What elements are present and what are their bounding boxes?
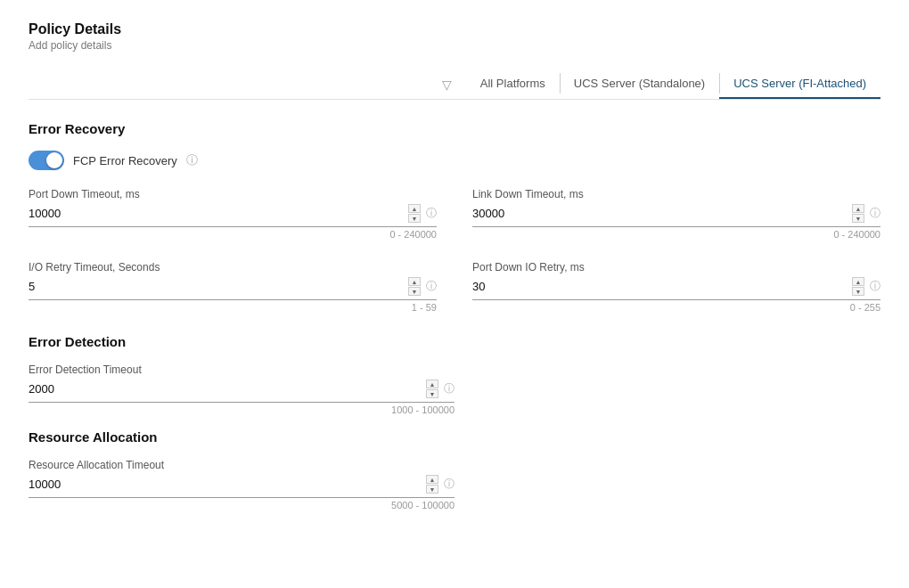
- io-retry-timeout-input-row: ▲ ▼ ⓘ: [29, 277, 437, 300]
- tab-ucs-fi-attached[interactable]: UCS Server (FI-Attached): [719, 69, 880, 99]
- link-down-timeout-info-icon[interactable]: ⓘ: [870, 206, 880, 221]
- error-detection-header: Error Detection: [29, 334, 880, 349]
- error-detection-fields: Error Detection Timeout ▲ ▼ ⓘ 1000 - 100…: [29, 363, 454, 415]
- error-detection-timeout-decrement[interactable]: ▼: [426, 389, 438, 398]
- error-recovery-header: Error Recovery: [29, 121, 880, 136]
- fcp-error-recovery-toggle-row: FCP Error Recovery ⓘ: [29, 151, 880, 170]
- platform-bar: ▽ All Platforms UCS Server (Standalone) …: [29, 69, 880, 100]
- port-down-io-retry-label: Port Down IO Retry, ms: [472, 261, 880, 274]
- link-down-timeout-label: Link Down Timeout, ms: [472, 188, 880, 200]
- fcp-error-recovery-info-icon[interactable]: ⓘ: [186, 152, 198, 168]
- io-retry-timeout-field: I/O Retry Timeout, Seconds ▲ ▼ ⓘ 1 - 59: [29, 261, 437, 313]
- filter-icon: ▽: [442, 78, 452, 92]
- resource-allocation-timeout-input[interactable]: [29, 476, 422, 493]
- port-down-timeout-decrement[interactable]: ▼: [408, 214, 421, 223]
- error-detection-timeout-input-row: ▲ ▼ ⓘ: [29, 380, 454, 403]
- io-retry-timeout-range: 1 - 59: [29, 302, 437, 313]
- error-detection-timeout-spinners: ▲ ▼: [426, 380, 438, 398]
- tab-all-platforms[interactable]: All Platforms: [466, 69, 560, 99]
- port-down-timeout-field: Port Down Timeout, ms ▲ ▼ ⓘ 0 - 240000: [29, 188, 437, 240]
- resource-allocation-timeout-input-row: ▲ ▼ ⓘ: [29, 475, 454, 498]
- resource-allocation-timeout-info-icon[interactable]: ⓘ: [444, 477, 454, 492]
- error-detection-section: Error Detection Error Detection Timeout …: [29, 334, 880, 415]
- fcp-error-recovery-toggle[interactable]: [29, 151, 64, 170]
- port-down-timeout-input-row: ▲ ▼ ⓘ: [29, 204, 437, 227]
- port-down-timeout-increment[interactable]: ▲: [408, 204, 421, 213]
- resource-allocation-timeout-range: 5000 - 100000: [29, 500, 454, 510]
- link-down-timeout-spinners: ▲ ▼: [852, 204, 864, 223]
- tab-ucs-standalone[interactable]: UCS Server (Standalone): [560, 69, 719, 99]
- resource-allocation-fields: Resource Allocation Timeout ▲ ▼ ⓘ 5000 -…: [29, 459, 454, 510]
- resource-allocation-section: Resource Allocation Resource Allocation …: [29, 429, 880, 510]
- resource-allocation-timeout-field: Resource Allocation Timeout ▲ ▼ ⓘ 5000 -…: [29, 459, 454, 510]
- error-detection-timeout-input[interactable]: [29, 380, 422, 397]
- port-down-timeout-range: 0 - 240000: [29, 229, 437, 240]
- error-detection-timeout-field: Error Detection Timeout ▲ ▼ ⓘ 1000 - 100…: [29, 363, 454, 415]
- error-detection-timeout-increment[interactable]: ▲: [426, 380, 438, 388]
- port-down-io-retry-increment[interactable]: ▲: [852, 277, 864, 286]
- port-down-io-retry-input-row: ▲ ▼ ⓘ: [472, 277, 880, 300]
- io-retry-timeout-label: I/O Retry Timeout, Seconds: [29, 261, 437, 274]
- page-title: Policy Details: [29, 21, 880, 37]
- link-down-timeout-decrement[interactable]: ▼: [852, 214, 864, 223]
- port-down-io-retry-spinners: ▲ ▼: [852, 277, 864, 296]
- resource-allocation-header: Resource Allocation: [29, 429, 880, 445]
- port-down-io-retry-field: Port Down IO Retry, ms ▲ ▼ ⓘ 0 - 255: [472, 261, 880, 313]
- resource-allocation-timeout-increment[interactable]: ▲: [426, 475, 438, 484]
- port-down-io-retry-range: 0 - 255: [472, 302, 880, 313]
- port-down-io-retry-info-icon[interactable]: ⓘ: [870, 279, 880, 294]
- link-down-timeout-increment[interactable]: ▲: [852, 204, 864, 213]
- error-detection-timeout-info-icon[interactable]: ⓘ: [444, 381, 454, 396]
- error-detection-timeout-range: 1000 - 100000: [29, 404, 454, 415]
- port-down-io-retry-decrement[interactable]: ▼: [852, 287, 864, 296]
- platform-tabs: All Platforms UCS Server (Standalone) UC…: [466, 69, 880, 99]
- error-recovery-fields-row1: Port Down Timeout, ms ▲ ▼ ⓘ 0 - 240000 L…: [29, 188, 880, 254]
- io-retry-timeout-spinners: ▲ ▼: [408, 277, 421, 296]
- port-down-io-retry-input[interactable]: [472, 278, 848, 295]
- io-retry-timeout-decrement[interactable]: ▼: [408, 287, 421, 296]
- link-down-timeout-input-row: ▲ ▼ ⓘ: [472, 204, 880, 227]
- page-subtitle: Add policy details: [29, 39, 880, 52]
- io-retry-timeout-input[interactable]: [29, 278, 405, 295]
- error-detection-timeout-label: Error Detection Timeout: [29, 363, 454, 376]
- resource-allocation-timeout-label: Resource Allocation Timeout: [29, 459, 454, 471]
- io-retry-timeout-increment[interactable]: ▲: [408, 277, 421, 286]
- port-down-timeout-spinners: ▲ ▼: [408, 204, 421, 223]
- link-down-timeout-input[interactable]: [472, 205, 848, 222]
- resource-allocation-timeout-decrement[interactable]: ▼: [426, 485, 438, 494]
- fcp-error-recovery-label: FCP Error Recovery: [73, 154, 177, 167]
- port-down-timeout-info-icon[interactable]: ⓘ: [426, 206, 437, 221]
- io-retry-timeout-info-icon[interactable]: ⓘ: [426, 279, 437, 294]
- error-recovery-fields-row2: I/O Retry Timeout, Seconds ▲ ▼ ⓘ 1 - 59 …: [29, 261, 880, 327]
- link-down-timeout-range: 0 - 240000: [472, 229, 880, 240]
- resource-allocation-timeout-spinners: ▲ ▼: [426, 475, 438, 494]
- port-down-timeout-label: Port Down Timeout, ms: [29, 188, 437, 200]
- error-recovery-section: Error Recovery FCP Error Recovery ⓘ Port…: [29, 121, 880, 327]
- port-down-timeout-input[interactable]: [29, 205, 405, 222]
- link-down-timeout-field: Link Down Timeout, ms ▲ ▼ ⓘ 0 - 240000: [472, 188, 880, 240]
